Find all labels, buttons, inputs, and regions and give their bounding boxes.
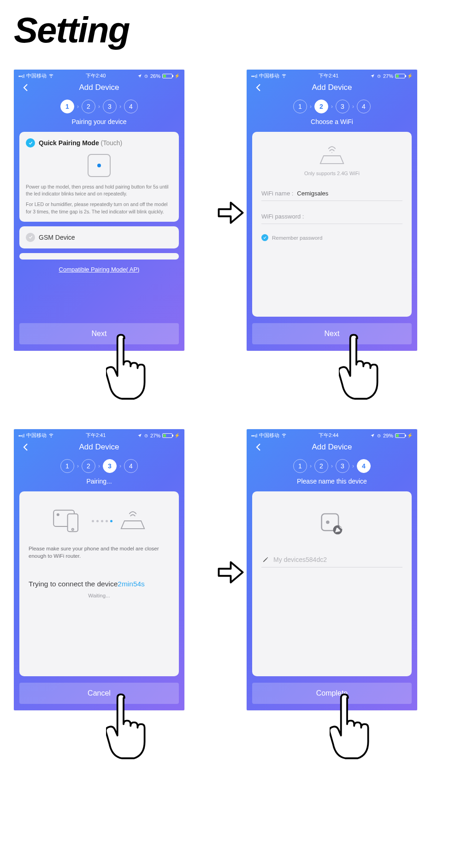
carrier-label: 中国移动 [259, 72, 279, 79]
alarm-icon [144, 433, 148, 438]
stepper: 1› 2› 3› 4 [247, 100, 417, 113]
battery-pct: 29% [383, 433, 393, 438]
remember-label: Remember password [272, 235, 322, 241]
wifi-support-note: Only supports 2.4G WiFi [261, 171, 402, 176]
screen-3: ••ıl 中国移动 下午2:41 27% ⚡ Add Device 1› 2› … [14, 429, 184, 710]
complete-button[interactable]: Complete [252, 683, 412, 704]
clock-label: 下午2:44 [319, 432, 338, 439]
step-1[interactable]: 1 [60, 100, 74, 113]
compatible-mode-link[interactable]: Compatible Pairing Mode( AP) [19, 266, 179, 273]
next-button[interactable]: Next [19, 323, 179, 344]
qp-title: Quick Pairing Mode [39, 139, 99, 147]
step-3[interactable]: 3 [336, 100, 349, 113]
step-2[interactable]: 2 [314, 100, 328, 113]
step-2[interactable]: 2 [82, 459, 95, 473]
screen-4: ••ıl 中国移动 下午2:44 29% ⚡ Add Device 1› 2› … [247, 429, 417, 710]
name-card: My devices584dc2 [252, 491, 412, 676]
countdown: 2min54s [118, 580, 145, 588]
pairing-note: Please make sure your phone and the mode… [29, 545, 170, 560]
step-subtitle: Please name this device [247, 478, 417, 485]
status-bar: ••ıl 中国移动 下午2:44 29% ⚡ [247, 429, 417, 440]
clock-label: 下午2:41 [86, 432, 106, 439]
status-bar: ••ıl 中国移动 下午2:40 26% ⚡ [14, 70, 184, 80]
alarm-icon [377, 74, 381, 78]
signal-icon: ••ıl [18, 73, 24, 79]
check-icon [26, 138, 35, 148]
svg-point-4 [57, 514, 59, 515]
wifi-icon [48, 73, 54, 79]
wifi-password-field[interactable]: WiFi password : [261, 209, 402, 224]
step-subtitle: Pairing... [14, 478, 184, 485]
back-icon[interactable] [20, 82, 31, 93]
battery-pct: 27% [383, 73, 393, 79]
alarm-icon [377, 433, 381, 438]
carrier-label: 中国移动 [259, 432, 279, 439]
pencil-icon [262, 556, 269, 563]
screen-2: ••ıl 中国移动 下午2:41 27% ⚡ Add Device 1› 2› … [247, 70, 417, 351]
step-4[interactable]: 4 [357, 459, 371, 473]
svg-rect-5 [67, 514, 77, 531]
wifi-icon [281, 432, 287, 439]
carrier-label: 中国移动 [26, 432, 47, 439]
charging-icon: ⚡ [407, 73, 413, 78]
wifi-icon [281, 73, 287, 79]
step-1[interactable]: 1 [293, 459, 307, 473]
page-title: Setting [0, 0, 461, 65]
clock-label: 下午2:41 [319, 72, 338, 79]
svg-point-9 [326, 521, 329, 523]
back-icon[interactable] [253, 442, 264, 453]
device-edit-icon [261, 511, 402, 537]
check-icon [26, 233, 35, 242]
device-icon [88, 154, 111, 177]
wifi-name-value: Cemigsales [297, 190, 328, 197]
progress-dots-icon [92, 520, 112, 522]
step-3[interactable]: 3 [103, 100, 117, 113]
signal-icon: ••ıl [18, 433, 24, 438]
step-2[interactable]: 2 [82, 100, 95, 113]
device-name-field[interactable]: My devices584dc2 [261, 552, 402, 567]
battery-icon [162, 74, 172, 78]
step-3[interactable]: 3 [103, 459, 117, 473]
arrow-icon [214, 198, 247, 228]
charging-icon: ⚡ [174, 73, 180, 78]
cancel-button[interactable]: Cancel [19, 683, 179, 704]
remember-password-checkbox[interactable]: Remember password [261, 234, 402, 241]
device-name-value: My devices584dc2 [273, 556, 327, 563]
wifi-password-label: WiFi password : [261, 213, 304, 220]
step-subtitle: Pairing your device [14, 118, 184, 125]
qp-instruction-2: For LED or humidifier, please repeatedly… [26, 201, 172, 215]
charging-icon: ⚡ [174, 433, 180, 438]
quick-pairing-card[interactable]: Quick Pairing Mode (Touch) Power up the … [19, 132, 179, 222]
location-icon [370, 74, 375, 78]
qp-touch: (Touch) [101, 139, 123, 147]
router-icon [261, 145, 402, 167]
step-1[interactable]: 1 [293, 100, 307, 113]
status-bar: ••ıl 中国移动 下午2:41 27% ⚡ [247, 70, 417, 80]
back-icon[interactable] [20, 442, 31, 453]
screen-title: Add Device [79, 443, 119, 452]
wifi-card: Only supports 2.4G WiFi WiFi name : Cemi… [252, 132, 412, 317]
location-icon [137, 433, 142, 438]
status-bar: ••ıl 中国移动 下午2:41 27% ⚡ [14, 429, 184, 440]
clock-label: 下午2:40 [86, 72, 106, 79]
screen-1: ••ıl 中国移动 下午2:40 26% ⚡ Add Device 1› 2› … [14, 70, 184, 351]
step-2[interactable]: 2 [314, 459, 328, 473]
step-4[interactable]: 4 [124, 459, 138, 473]
carrier-label: 中国移动 [26, 72, 47, 79]
step-1[interactable]: 1 [60, 459, 74, 473]
signal-icon: ••ıl [251, 73, 257, 79]
step-4[interactable]: 4 [124, 100, 138, 113]
connect-status: Trying to connect the device2min54s [29, 580, 170, 588]
step-4[interactable]: 4 [357, 100, 371, 113]
battery-pct: 26% [150, 73, 160, 79]
qp-instruction-1: Power up the model, then press and hold … [26, 183, 172, 197]
step-3[interactable]: 3 [336, 459, 349, 473]
gsm-device-card[interactable]: GSM Device [19, 226, 179, 248]
wifi-name-label: WiFi name : [261, 190, 293, 197]
battery-pct: 27% [150, 433, 160, 438]
wifi-name-field[interactable]: WiFi name : Cemigsales [261, 186, 402, 201]
waiting-label: Waiting... [29, 593, 170, 598]
stepper: 1› 2› 3› 4 [14, 100, 184, 113]
next-button[interactable]: Next [252, 323, 412, 344]
back-icon[interactable] [253, 82, 264, 93]
